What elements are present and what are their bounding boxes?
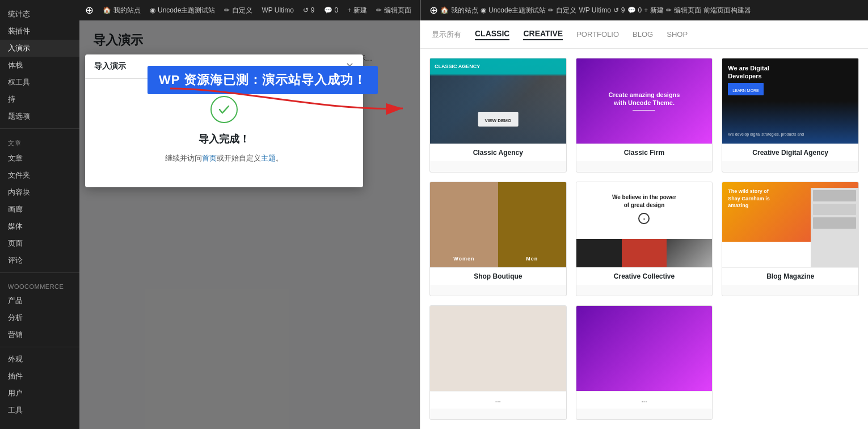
updates-button[interactable]: ↺ 9 — [303, 6, 315, 14]
sidebar-item-marketing[interactable]: 营销 — [0, 326, 79, 343]
sidebar-item-analytics[interactable]: 分析 — [0, 309, 79, 326]
my-site-label: 我的站点 — [113, 6, 141, 15]
edit-page-button[interactable]: ✏ 编辑页面 — [376, 6, 411, 15]
main-area: ⊕ 🏠 我的站点 ◉ Uncode主题测试站 ✏ 自定义 WP Ultimo ↺… — [79, 0, 420, 429]
sidebar-item-plugins[interactable]: 装插件 — [0, 23, 79, 40]
sidebar-item-system[interactable]: 统计态 — [0, 6, 79, 23]
sidebar-item-blocks[interactable]: 内容块 — [0, 184, 79, 201]
site-name-button[interactable]: ◉ Uncode主题测试站 — [150, 6, 215, 15]
sidebar-item-pages[interactable]: 页面 — [0, 235, 79, 252]
sidebar-item-users[interactable]: 用户 — [0, 385, 79, 402]
sidebar-item-tools2[interactable]: 工具 — [0, 402, 79, 419]
right-panel-nav: ⊕ 🏠 我的站点 ◉ Uncode主题测试站 ✏ 自定义 WP Ultimo ↺… — [420, 0, 868, 20]
rp-customize[interactable]: ✏ 自定义 — [548, 6, 576, 15]
my-site-button[interactable]: 🏠 我的站点 — [103, 6, 141, 15]
theme-name-classic-agency: Classic Agency — [430, 144, 566, 161]
rp-home-icon: 🏠 — [440, 6, 449, 14]
rp-site-name-label: Uncode主题测试站 — [488, 6, 546, 15]
rp-new[interactable]: + 新建 — [644, 6, 663, 15]
rp-updates-icon: ↺ — [613, 6, 619, 14]
site-name-label: Uncode主题测试站 — [158, 6, 215, 15]
sidebar-item-posts[interactable]: 文章 — [0, 150, 79, 167]
period: 。 — [276, 154, 283, 162]
filter-blog[interactable]: BLOG — [633, 30, 653, 39]
customize-icon: ✏ — [224, 6, 230, 14]
comments-icon: 💬 — [324, 6, 332, 14]
wp-ultimo-label: WP Ultimo — [262, 6, 293, 14]
rp-my-site[interactable]: 🏠 我的站点 — [440, 6, 478, 15]
theme-card-demo7[interactable]: ... — [429, 305, 567, 420]
rp-wp-logo[interactable]: ⊕ — [429, 4, 438, 16]
success-title: 导入完成！ — [199, 132, 250, 146]
theme-thumbnail-classic-firm: Create amazing designswith Uncode Theme. — [576, 58, 713, 144]
check-icon — [217, 103, 231, 116]
rp-customize-icon: ✏ — [548, 6, 554, 14]
wp-logo-button[interactable]: ⊕ — [85, 4, 94, 16]
sidebar-item-appearance[interactable]: 外观 — [0, 351, 79, 368]
sidebar-item-gallery[interactable]: 画廊 — [0, 201, 79, 218]
sidebar-item-plugins2[interactable]: 插件 — [0, 368, 79, 385]
rp-updates-count: 9 — [621, 6, 625, 14]
filter-creative[interactable]: CREATIVE — [523, 29, 563, 40]
filter-classic[interactable]: CLASSIC — [475, 29, 509, 40]
theme-thumbnail-classic-agency: CLASSIC AGENCY VIEW DEMO — [430, 58, 566, 144]
theme-card-demo8[interactable]: ... — [576, 305, 713, 420]
sidebar-item-products[interactable]: 产品 — [0, 292, 79, 309]
customize-button[interactable]: ✏ 自定义 — [224, 6, 252, 15]
success-text-prefix: 继续并访问 — [165, 154, 202, 162]
sidebar: 统计态 装插件 入演示 体栈 权工具 持 题选项 文章 文章 文件夹 内容块 画… — [0, 0, 79, 429]
sidebar-item-import[interactable]: 入演示 — [0, 40, 79, 57]
customize-link[interactable]: 主题 — [261, 154, 276, 162]
wp-ultimo-button[interactable]: WP Ultimo — [262, 6, 293, 14]
theme-name-shop-boutique: Shop Boutique — [430, 267, 566, 285]
rp-frontend-builder-label: 前端页面构建器 — [703, 6, 751, 15]
home-icon: 🏠 — [103, 6, 111, 14]
sidebar-item-media[interactable]: 媒体 — [0, 218, 79, 235]
comments-count: 0 — [335, 6, 339, 14]
new-post-label: + 新建 — [347, 6, 366, 15]
theme-name-creative-collective: Creative Collective — [576, 267, 713, 285]
sidebar-item-comments[interactable]: 评论 — [0, 252, 79, 269]
wp-icon: ⊕ — [85, 4, 94, 16]
sidebar-item-support[interactable]: 持 — [0, 91, 79, 108]
rp-frontend-builder[interactable]: 前端页面构建器 — [703, 6, 751, 15]
theme-name-demo8: ... — [576, 391, 713, 409]
theme-name-classic-firm: Classic Firm — [576, 144, 713, 161]
theme-card-classic-agency[interactable]: CLASSIC AGENCY VIEW DEMO Classic Agency — [429, 58, 567, 173]
rp-wp-ultimo[interactable]: WP Ultimo — [579, 6, 610, 14]
comments-button[interactable]: 💬 0 — [324, 6, 339, 14]
sidebar-section-posts: 文章 — [0, 132, 79, 150]
highlight-banner: WP 资源海已测：演示站导入成功！ — [148, 66, 378, 94]
filter-all[interactable]: 显示所有 — [432, 30, 461, 40]
edit-icon: ✏ — [376, 6, 382, 14]
rp-wp-icon: ⊕ — [429, 4, 438, 16]
rp-updates[interactable]: ↺ 9 — [613, 6, 625, 14]
new-post-button[interactable]: + 新建 — [347, 6, 366, 15]
theme-card-creative-digital[interactable]: We are DigitalDevelopers LEARN MORE We d… — [722, 58, 859, 173]
theme-thumbnail-creative-collective: We believe in the powerof great design • — [576, 182, 713, 267]
theme-thumbnail-demo8 — [576, 306, 713, 391]
rp-comments-icon: 💬 — [627, 6, 636, 14]
rp-edit-page[interactable]: ✏ 编辑页面 — [666, 6, 701, 15]
rp-comments[interactable]: 💬 0 — [627, 6, 642, 14]
theme-card-blog-magazine[interactable]: The wild story ofShay Garnham isamazing … — [722, 182, 859, 296]
right-panel: ⊕ 🏠 我的站点 ◉ Uncode主题测试站 ✏ 自定义 WP Ultimo ↺… — [420, 0, 868, 429]
home-link[interactable]: 首页 — [202, 154, 217, 162]
theme-card-shop-boutique[interactable]: Women Men Shop Boutique — [429, 182, 567, 296]
themes-grid: CLASSIC AGENCY VIEW DEMO Classic Agency … — [420, 49, 868, 429]
rp-wp-ultimo-label: WP Ultimo — [579, 6, 610, 14]
modal-body: 导入完成！ 继续并访问首页或开始自定义主题。 — [85, 79, 363, 187]
sidebar-item-stack[interactable]: 体栈 — [0, 57, 79, 74]
filter-portfolio[interactable]: PORTFOLIO — [576, 30, 619, 39]
theme-name-creative-digital: Creative Digital Agency — [722, 144, 858, 161]
filter-shop[interactable]: SHOP — [667, 30, 688, 39]
or-text: 或开始自定义 — [217, 154, 261, 162]
sidebar-item-options[interactable]: 题选项 — [0, 108, 79, 125]
sidebar-item-tools[interactable]: 权工具 — [0, 74, 79, 91]
theme-card-classic-firm[interactable]: Create amazing designswith Uncode Theme.… — [576, 58, 713, 173]
edit-page-label: 编辑页面 — [384, 6, 411, 15]
sidebar-item-folders[interactable]: 文件夹 — [0, 167, 79, 184]
theme-card-creative-collective[interactable]: We believe in the powerof great design •… — [576, 182, 713, 296]
rp-site-name[interactable]: ◉ Uncode主题测试站 — [481, 6, 546, 15]
admin-bar: ⊕ 🏠 我的站点 ◉ Uncode主题测试站 ✏ 自定义 WP Ultimo ↺… — [79, 0, 420, 20]
